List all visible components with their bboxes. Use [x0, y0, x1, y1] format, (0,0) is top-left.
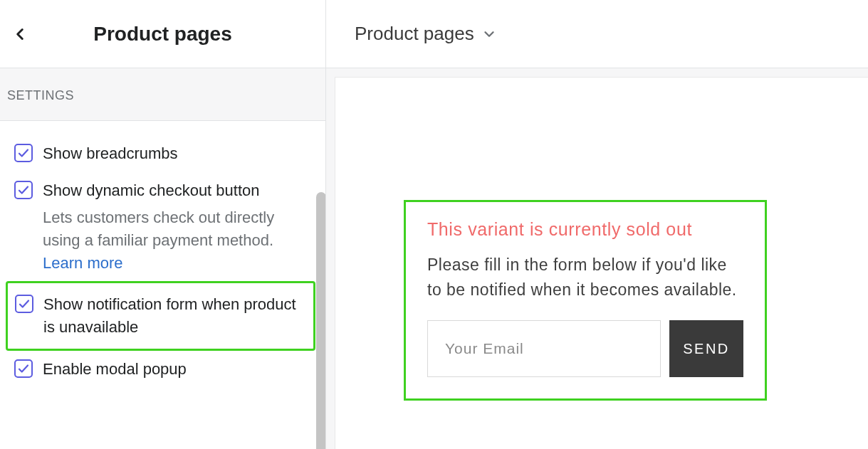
preview-canvas: This variant is currently sold out Pleas… [335, 77, 868, 449]
setting-label: Show notification form when product is u… [43, 293, 312, 339]
sold-out-heading: This variant is currently sold out [427, 219, 743, 240]
app-root: Product pages SETTINGS Show breadcrumbs … [0, 0, 868, 449]
template-dropdown[interactable]: Product pages [355, 23, 497, 45]
sidebar-title: Product pages [34, 23, 320, 46]
sold-out-notify-box: This variant is currently sold out Pleas… [404, 200, 767, 401]
preview-pane: Product pages This variant is currently … [326, 0, 868, 449]
checkbox-icon[interactable] [15, 295, 33, 313]
notify-form: SEND [427, 320, 743, 377]
preview-body: This variant is currently sold out Pleas… [326, 68, 868, 449]
setting-label: Enable modal popup [43, 358, 315, 381]
sold-out-body-text: Please fill in the form below if you'd l… [427, 253, 743, 302]
settings-list: Show breadcrumbs Show dynamic checkout b… [0, 121, 325, 449]
back-button[interactable] [6, 20, 34, 48]
setting-dynamic-checkout[interactable]: Show dynamic checkout button Lets custom… [13, 172, 318, 282]
setting-description-text: Lets customers check out directly using … [43, 208, 274, 249]
checkbox-icon[interactable] [14, 359, 33, 378]
sidebar-header: Product pages [0, 0, 325, 68]
setting-label: Show dynamic checkout button [43, 179, 311, 202]
setting-label: Show breadcrumbs [43, 142, 315, 165]
setting-enable-modal[interactable]: Enable modal popup [13, 351, 318, 388]
setting-notification-form[interactable]: Show notification form when product is u… [6, 281, 315, 351]
settings-sidebar: Product pages SETTINGS Show breadcrumbs … [0, 0, 326, 449]
learn-more-link[interactable]: Learn more [43, 254, 123, 272]
notify-email-input[interactable] [427, 320, 661, 377]
setting-show-breadcrumbs[interactable]: Show breadcrumbs [13, 135, 318, 172]
sidebar-scrollbar[interactable] [316, 192, 325, 449]
checkbox-icon[interactable] [14, 181, 33, 199]
setting-label-block: Show dynamic checkout button Lets custom… [43, 179, 315, 275]
preview-header: Product pages [326, 0, 868, 68]
chevron-down-icon [481, 26, 497, 42]
chevron-left-icon [11, 25, 29, 43]
notify-send-button[interactable]: SEND [669, 320, 743, 377]
template-dropdown-label: Product pages [355, 23, 474, 45]
setting-description: Lets customers check out directly using … [43, 206, 311, 275]
settings-section-label: SETTINGS [0, 68, 325, 121]
checkbox-icon[interactable] [14, 144, 33, 162]
